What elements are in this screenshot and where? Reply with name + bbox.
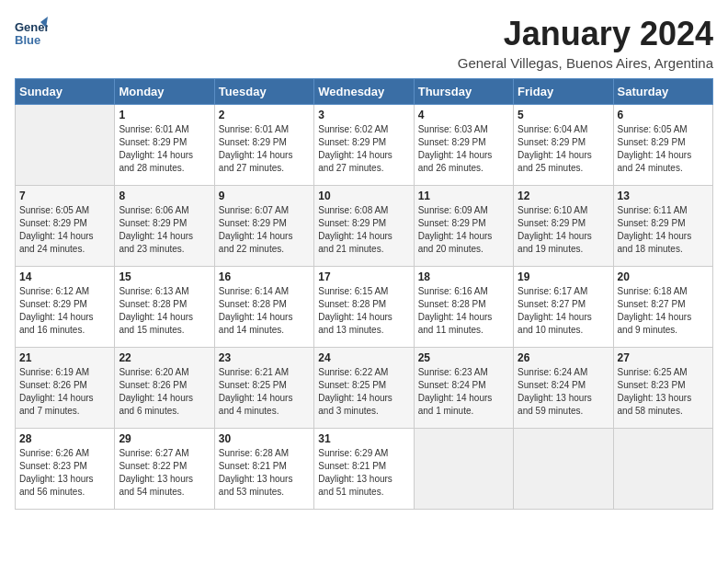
day-info: Sunrise: 6:03 AMSunset: 8:29 PMDaylight:… <box>418 123 509 175</box>
day-number: 28 <box>19 432 110 445</box>
day-number: 25 <box>418 351 509 364</box>
day-number: 5 <box>518 109 609 121</box>
day-number: 2 <box>219 109 310 121</box>
day-info: Sunrise: 6:07 AMSunset: 8:29 PMDaylight:… <box>219 204 310 256</box>
weekday-header: Wednesday <box>314 79 414 105</box>
day-number: 6 <box>618 109 709 121</box>
day-number: 23 <box>219 351 310 364</box>
day-info: Sunrise: 6:12 AMSunset: 8:29 PMDaylight:… <box>19 285 110 337</box>
day-number: 13 <box>618 190 709 202</box>
logo-icon: General Blue <box>15 15 48 48</box>
calendar-cell: 17Sunrise: 6:15 AMSunset: 8:28 PMDayligh… <box>314 267 414 348</box>
day-info: Sunrise: 6:02 AMSunset: 8:29 PMDaylight:… <box>318 123 409 175</box>
calendar-cell: 2Sunrise: 6:01 AMSunset: 8:29 PMDaylight… <box>214 105 313 186</box>
calendar-cell: 24Sunrise: 6:22 AMSunset: 8:25 PMDayligh… <box>314 348 414 429</box>
calendar-week-row: 28Sunrise: 6:26 AMSunset: 8:23 PMDayligh… <box>16 429 713 510</box>
day-number: 21 <box>19 351 110 364</box>
title-area: January 2024 General Villegas, Buenos Ai… <box>458 15 713 71</box>
day-number: 24 <box>318 351 409 364</box>
day-info: Sunrise: 6:23 AMSunset: 8:24 PMDaylight:… <box>418 366 509 418</box>
day-info: Sunrise: 6:26 AMSunset: 8:23 PMDaylight:… <box>19 447 110 499</box>
calendar-cell: 23Sunrise: 6:21 AMSunset: 8:25 PMDayligh… <box>214 348 313 429</box>
day-info: Sunrise: 6:28 AMSunset: 8:21 PMDaylight:… <box>219 447 310 499</box>
day-number: 16 <box>219 270 310 283</box>
svg-text:Blue: Blue <box>15 33 40 47</box>
logo: General Blue <box>15 15 51 48</box>
day-info: Sunrise: 6:14 AMSunset: 8:28 PMDaylight:… <box>219 285 310 337</box>
day-info: Sunrise: 6:22 AMSunset: 8:25 PMDaylight:… <box>318 366 409 418</box>
calendar-cell: 3Sunrise: 6:02 AMSunset: 8:29 PMDaylight… <box>314 105 414 186</box>
day-number: 26 <box>518 351 609 364</box>
day-number: 22 <box>119 351 210 364</box>
day-info: Sunrise: 6:17 AMSunset: 8:27 PMDaylight:… <box>518 285 609 337</box>
weekday-header: Monday <box>115 79 214 105</box>
day-info: Sunrise: 6:15 AMSunset: 8:28 PMDaylight:… <box>318 285 409 337</box>
day-number: 1 <box>119 109 210 121</box>
day-info: Sunrise: 6:21 AMSunset: 8:25 PMDaylight:… <box>219 366 310 418</box>
day-info: Sunrise: 6:20 AMSunset: 8:26 PMDaylight:… <box>119 366 210 418</box>
day-info: Sunrise: 6:27 AMSunset: 8:22 PMDaylight:… <box>119 447 210 499</box>
weekday-header: Thursday <box>414 79 513 105</box>
calendar-cell: 18Sunrise: 6:16 AMSunset: 8:28 PMDayligh… <box>414 267 513 348</box>
weekday-header: Sunday <box>16 79 115 105</box>
calendar-cell <box>414 429 513 510</box>
calendar-cell <box>613 429 712 510</box>
day-number: 27 <box>618 351 709 364</box>
weekday-header-row: SundayMondayTuesdayWednesdayThursdayFrid… <box>16 79 713 105</box>
calendar-cell: 14Sunrise: 6:12 AMSunset: 8:29 PMDayligh… <box>16 267 115 348</box>
day-info: Sunrise: 6:19 AMSunset: 8:26 PMDaylight:… <box>19 366 110 418</box>
calendar-cell: 8Sunrise: 6:06 AMSunset: 8:29 PMDaylight… <box>115 186 214 267</box>
page-header: General Blue January 2024 General Villeg… <box>15 15 713 71</box>
day-info: Sunrise: 6:29 AMSunset: 8:21 PMDaylight:… <box>318 447 409 499</box>
day-number: 9 <box>219 190 310 202</box>
calendar-cell: 29Sunrise: 6:27 AMSunset: 8:22 PMDayligh… <box>115 429 214 510</box>
calendar-cell: 21Sunrise: 6:19 AMSunset: 8:26 PMDayligh… <box>16 348 115 429</box>
day-number: 14 <box>19 270 110 283</box>
calendar-week-row: 7Sunrise: 6:05 AMSunset: 8:29 PMDaylight… <box>16 186 713 267</box>
day-number: 17 <box>318 270 409 283</box>
day-info: Sunrise: 6:18 AMSunset: 8:27 PMDaylight:… <box>618 285 709 337</box>
weekday-header: Tuesday <box>214 79 313 105</box>
calendar-cell: 19Sunrise: 6:17 AMSunset: 8:27 PMDayligh… <box>514 267 613 348</box>
calendar-cell: 10Sunrise: 6:08 AMSunset: 8:29 PMDayligh… <box>314 186 414 267</box>
day-number: 8 <box>119 190 210 202</box>
calendar-week-row: 14Sunrise: 6:12 AMSunset: 8:29 PMDayligh… <box>16 267 713 348</box>
calendar-week-row: 21Sunrise: 6:19 AMSunset: 8:26 PMDayligh… <box>16 348 713 429</box>
day-info: Sunrise: 6:13 AMSunset: 8:28 PMDaylight:… <box>119 285 210 337</box>
day-info: Sunrise: 6:11 AMSunset: 8:29 PMDaylight:… <box>618 204 709 256</box>
day-number: 7 <box>19 190 110 202</box>
calendar-cell: 12Sunrise: 6:10 AMSunset: 8:29 PMDayligh… <box>514 186 613 267</box>
day-info: Sunrise: 6:16 AMSunset: 8:28 PMDaylight:… <box>418 285 509 337</box>
calendar-cell: 6Sunrise: 6:05 AMSunset: 8:29 PMDaylight… <box>613 105 712 186</box>
calendar-cell <box>514 429 613 510</box>
weekday-header: Saturday <box>613 79 712 105</box>
day-number: 30 <box>219 432 310 445</box>
day-number: 12 <box>518 190 609 202</box>
day-info: Sunrise: 6:08 AMSunset: 8:29 PMDaylight:… <box>318 204 409 256</box>
day-info: Sunrise: 6:09 AMSunset: 8:29 PMDaylight:… <box>418 204 509 256</box>
day-number: 10 <box>318 190 409 202</box>
day-number: 4 <box>418 109 509 121</box>
calendar-cell <box>16 105 115 186</box>
calendar-cell: 27Sunrise: 6:25 AMSunset: 8:23 PMDayligh… <box>613 348 712 429</box>
day-info: Sunrise: 6:24 AMSunset: 8:24 PMDaylight:… <box>518 366 609 418</box>
day-number: 20 <box>618 270 709 283</box>
calendar-cell: 25Sunrise: 6:23 AMSunset: 8:24 PMDayligh… <box>414 348 513 429</box>
calendar-cell: 4Sunrise: 6:03 AMSunset: 8:29 PMDaylight… <box>414 105 513 186</box>
day-number: 29 <box>119 432 210 445</box>
day-number: 19 <box>518 270 609 283</box>
calendar-cell: 11Sunrise: 6:09 AMSunset: 8:29 PMDayligh… <box>414 186 513 267</box>
calendar-cell: 31Sunrise: 6:29 AMSunset: 8:21 PMDayligh… <box>314 429 414 510</box>
day-info: Sunrise: 6:04 AMSunset: 8:29 PMDaylight:… <box>518 123 609 175</box>
calendar-title: January 2024 <box>458 15 713 53</box>
calendar-cell: 16Sunrise: 6:14 AMSunset: 8:28 PMDayligh… <box>214 267 313 348</box>
calendar-cell: 22Sunrise: 6:20 AMSunset: 8:26 PMDayligh… <box>115 348 214 429</box>
day-info: Sunrise: 6:05 AMSunset: 8:29 PMDaylight:… <box>19 204 110 256</box>
calendar-subtitle: General Villegas, Buenos Aires, Argentin… <box>458 55 713 71</box>
day-number: 15 <box>119 270 210 283</box>
day-info: Sunrise: 6:10 AMSunset: 8:29 PMDaylight:… <box>518 204 609 256</box>
day-info: Sunrise: 6:01 AMSunset: 8:29 PMDaylight:… <box>119 123 210 175</box>
calendar-week-row: 1Sunrise: 6:01 AMSunset: 8:29 PMDaylight… <box>16 105 713 186</box>
calendar-table: SundayMondayTuesdayWednesdayThursdayFrid… <box>15 78 713 510</box>
day-info: Sunrise: 6:06 AMSunset: 8:29 PMDaylight:… <box>119 204 210 256</box>
